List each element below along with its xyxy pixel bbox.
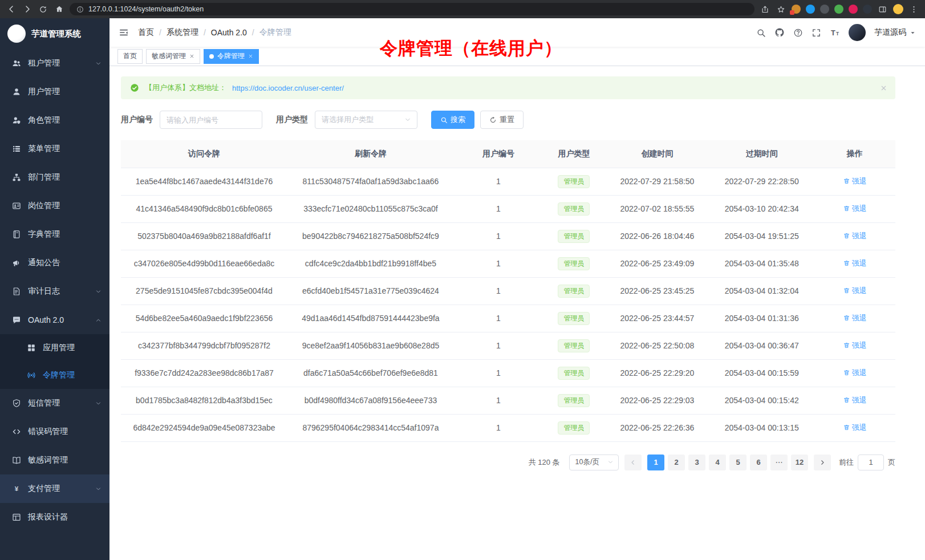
breadcrumb-item[interactable]: OAuth 2.0	[211, 28, 247, 37]
breadcrumb-item[interactable]: 首页	[138, 27, 154, 38]
alert-close-icon[interactable]	[880, 84, 887, 92]
hamburger-icon[interactable]	[119, 27, 129, 38]
signal-icon	[26, 371, 36, 380]
sidebar-item-report-designer[interactable]: 报表设计器	[0, 503, 109, 531]
pagination-ellipsis[interactable]: ⋯	[770, 455, 788, 470]
goto-label: 前往	[839, 457, 854, 468]
sidebar-item-oauth2[interactable]: OAuth 2.0	[0, 306, 109, 334]
page-button-6[interactable]: 6	[750, 455, 767, 470]
refresh-token-cell: be90422b8c7946218275a508bf524fc9	[287, 222, 454, 250]
goto-input[interactable]	[858, 455, 884, 470]
share-icon[interactable]	[760, 4, 770, 15]
sidebar-item-label: 租户管理	[28, 58, 60, 68]
extension-icon[interactable]	[792, 5, 801, 14]
page-button-1[interactable]: 1	[647, 455, 664, 470]
table-row: 6d842e2924594de9a09e45e087323abe8796295f…	[121, 414, 895, 441]
force-logout-button[interactable]: 强退	[843, 395, 867, 405]
force-logout-button[interactable]: 强退	[843, 204, 867, 214]
reset-button[interactable]: 重置	[480, 111, 524, 129]
sidebar-item-sensitive-word[interactable]: 敏感词管理	[0, 446, 109, 474]
sidebar-item-error-code[interactable]: 错误码管理	[0, 417, 109, 446]
docs-help-icon[interactable]	[793, 28, 803, 38]
user-type-tag: 管理员	[558, 367, 590, 380]
force-logout-button[interactable]: 强退	[843, 258, 867, 269]
sidebar-item-menu[interactable]: 菜单管理	[0, 135, 109, 163]
force-logout-button[interactable]: 强退	[843, 423, 867, 433]
prev-page-button[interactable]	[624, 455, 642, 470]
browser-profile-avatar[interactable]	[893, 4, 903, 14]
sidebar-item-label: 支付管理	[28, 484, 60, 494]
yen-icon: ¥	[11, 484, 21, 494]
sidebar-item-role[interactable]: 角色管理	[0, 106, 109, 135]
user-menu[interactable]: 芋道源码	[874, 27, 916, 38]
sidebar-item-audit-log[interactable]: 审计日志	[0, 277, 109, 306]
sidebar-item-dict[interactable]: 字典管理	[0, 220, 109, 249]
force-logout-button[interactable]: 强退	[843, 368, 867, 378]
chevron-down-icon	[95, 60, 102, 67]
user-type-select[interactable]: 请选择用户类型	[315, 111, 417, 129]
access-token-cell: c342377bf8b344799dcbf7bf095287f2	[121, 332, 287, 359]
breadcrumb-item[interactable]: 系统管理	[167, 27, 198, 38]
tab-sensitive-word[interactable]: 敏感词管理	[146, 49, 200, 64]
sidebar-item-notice[interactable]: 通知公告	[0, 249, 109, 277]
force-logout-button[interactable]: 强退	[843, 286, 867, 296]
extension-icon[interactable]	[834, 5, 843, 14]
access-token-cell: 275e5de9151045fe87cbdc395e004f4d	[121, 277, 287, 305]
user-type-label: 用户类型	[276, 115, 308, 125]
force-logout-button[interactable]: 强退	[843, 340, 867, 351]
sidebar-item-pay[interactable]: ¥支付管理	[0, 474, 109, 503]
side-panel-icon[interactable]	[877, 4, 888, 15]
sidebar-item-tenant[interactable]: 租户管理	[0, 49, 109, 78]
extension-icon[interactable]	[863, 5, 872, 14]
tab-home[interactable]: 首页	[117, 49, 143, 64]
sidebar-item-post[interactable]: 岗位管理	[0, 192, 109, 220]
fullscreen-icon[interactable]	[812, 28, 821, 38]
search-button[interactable]: 搜索	[431, 111, 474, 129]
extension-badge	[790, 10, 794, 15]
tab-token[interactable]: 令牌管理	[204, 49, 259, 64]
doc-link[interactable]: https://doc.iocoder.cn/user-center/	[232, 84, 344, 92]
force-logout-label: 强退	[852, 176, 867, 186]
force-logout-button[interactable]: 强退	[843, 176, 867, 186]
close-icon[interactable]	[248, 54, 253, 59]
page-button-4[interactable]: 4	[709, 455, 726, 470]
force-logout-button[interactable]: 强退	[843, 231, 867, 241]
address-bar[interactable]: 127.0.0.1:1024/system/oauth2/token	[70, 3, 754, 15]
next-page-button[interactable]	[814, 455, 831, 470]
sidebar-item-dept[interactable]: 部门管理	[0, 163, 109, 192]
browser-menu-icon[interactable]	[908, 4, 919, 15]
sidebar-item-sms[interactable]: 短信管理	[0, 389, 109, 417]
log-icon	[11, 287, 21, 297]
home-button[interactable]	[54, 4, 64, 15]
access-token-cell: 1ea5e44f8bc1467aaede43144f31de76	[121, 168, 287, 195]
extension-icon[interactable]	[820, 5, 829, 14]
page-button-12[interactable]: 12	[791, 455, 808, 470]
search-icon[interactable]	[756, 28, 766, 38]
create-time-cell: 2022-06-25 22:50:08	[605, 332, 709, 359]
font-size-icon[interactable]: TT	[830, 27, 840, 38]
github-icon[interactable]	[774, 27, 785, 38]
extension-icon[interactable]	[806, 5, 815, 14]
sidebar-item-oauth2-app[interactable]: 应用管理	[0, 334, 109, 362]
force-logout-button[interactable]: 强退	[843, 313, 867, 323]
breadcrumb-separator: /	[204, 28, 206, 37]
page-button-2[interactable]: 2	[668, 455, 685, 470]
site-info-icon[interactable]	[76, 6, 84, 13]
reload-button[interactable]	[38, 4, 48, 15]
bookmark-star-icon[interactable]	[776, 4, 786, 15]
back-button[interactable]	[6, 4, 17, 15]
sidebar-item-oauth2-token[interactable]: 令牌管理	[0, 362, 109, 389]
forward-button[interactable]	[22, 4, 33, 15]
user-id-input[interactable]	[160, 111, 262, 129]
sidebar-item-user[interactable]: 用户管理	[0, 78, 109, 106]
table-row: 1ea5e44f8bc1467aaede43144f31de76811c5304…	[121, 168, 895, 195]
page-size-select[interactable]: 10条/页	[569, 455, 619, 470]
extension-icon[interactable]	[849, 5, 858, 14]
user-avatar[interactable]	[849, 24, 866, 41]
app-logo[interactable]: 芋道管理系统	[0, 18, 109, 49]
page-button-5[interactable]: 5	[729, 455, 747, 470]
trash-icon	[843, 177, 850, 185]
page-button-3[interactable]: 3	[688, 455, 705, 470]
close-icon[interactable]	[189, 54, 194, 59]
actions-cell: 强退	[814, 387, 895, 414]
